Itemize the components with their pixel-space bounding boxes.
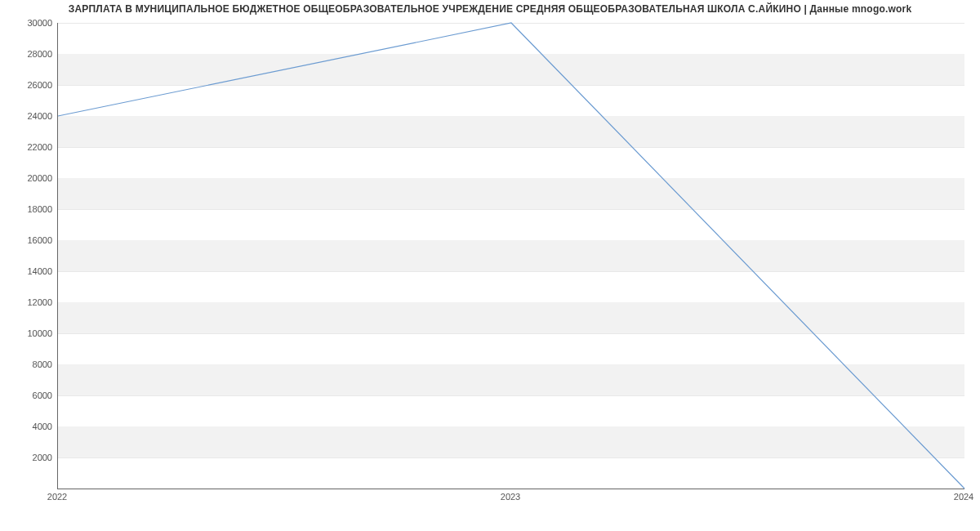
- x-tick-label: 2024: [954, 492, 973, 502]
- y-tick-label: 12000: [3, 297, 52, 307]
- y-tick-label: 8000: [3, 359, 52, 369]
- y-tick-label: 20000: [3, 173, 52, 183]
- y-tick-label: 16000: [3, 235, 52, 245]
- chart-title: ЗАРПЛАТА В МУНИЦИПАЛЬНОЕ БЮДЖЕТНОЕ ОБЩЕО…: [0, 3, 980, 15]
- y-tick-label: 18000: [3, 204, 52, 214]
- y-tick-label: 24000: [3, 111, 52, 121]
- y-tick-label: 30000: [3, 18, 52, 28]
- line-layer: [58, 23, 964, 489]
- chart-container: ЗАРПЛАТА В МУНИЦИПАЛЬНОЕ БЮДЖЕТНОЕ ОБЩЕО…: [0, 0, 980, 531]
- y-tick-label: 14000: [3, 266, 52, 276]
- x-tick-label: 2022: [47, 492, 67, 502]
- y-tick-label: 4000: [3, 422, 52, 431]
- y-tick-label: 28000: [3, 49, 52, 59]
- series-line: [58, 23, 964, 489]
- y-tick-label: 2000: [3, 453, 52, 462]
- y-tick-label: 10000: [3, 328, 52, 338]
- plot-area: [57, 23, 964, 489]
- y-tick-label: 22000: [3, 142, 52, 152]
- x-tick-label: 2023: [501, 492, 520, 502]
- y-tick-label: 26000: [3, 80, 52, 90]
- y-tick-label: 6000: [3, 390, 52, 400]
